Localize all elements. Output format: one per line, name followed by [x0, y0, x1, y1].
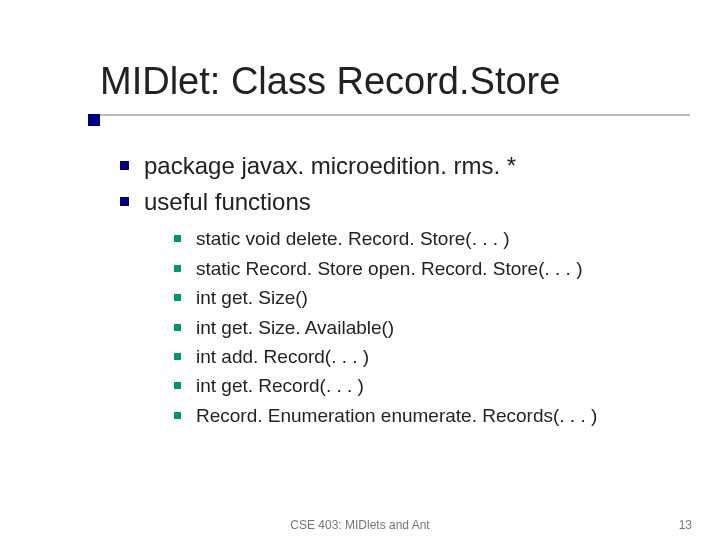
list-item: useful functions static void delete. Rec… — [120, 185, 680, 431]
bullet-text: int get. Size() — [196, 287, 308, 308]
footer-center-text: CSE 403: MIDlets and Ant — [0, 518, 720, 532]
list-item: int get. Size. Available() — [174, 313, 680, 342]
list-item: Record. Enumeration enumerate. Records(.… — [174, 401, 680, 430]
bullet-list-level2: static void delete. Record. Store(. . . … — [174, 224, 680, 430]
page-number: 13 — [679, 518, 692, 532]
bullet-text: int get. Record(. . . ) — [196, 375, 364, 396]
list-item: package javax. microedition. rms. * — [120, 149, 680, 183]
bullet-list-level1: package javax. microedition. rms. * usef… — [120, 149, 680, 430]
list-item: static Record. Store open. Record. Store… — [174, 254, 680, 283]
bullet-text: Record. Enumeration enumerate. Records(.… — [196, 405, 597, 426]
bullet-text: static Record. Store open. Record. Store… — [196, 258, 583, 279]
list-item: int get. Record(. . . ) — [174, 371, 680, 400]
bullet-text: package javax. microedition. rms. * — [144, 152, 516, 179]
list-item: int get. Size() — [174, 283, 680, 312]
bullet-text: useful functions — [144, 188, 311, 215]
slide-title: MIDlet: Class Record.Store — [100, 60, 690, 103]
title-accent-square — [88, 114, 100, 126]
slide: MIDlet: Class Record.Store package javax… — [0, 0, 720, 540]
bullet-text: static void delete. Record. Store(. . . … — [196, 228, 510, 249]
slide-body: package javax. microedition. rms. * usef… — [120, 149, 680, 430]
bullet-text: int add. Record(. . . ) — [196, 346, 369, 367]
list-item: int add. Record(. . . ) — [174, 342, 680, 371]
bullet-text: int get. Size. Available() — [196, 317, 394, 338]
list-item: static void delete. Record. Store(. . . … — [174, 224, 680, 253]
title-underline — [97, 114, 690, 116]
title-area: MIDlet: Class Record.Store — [100, 60, 690, 103]
